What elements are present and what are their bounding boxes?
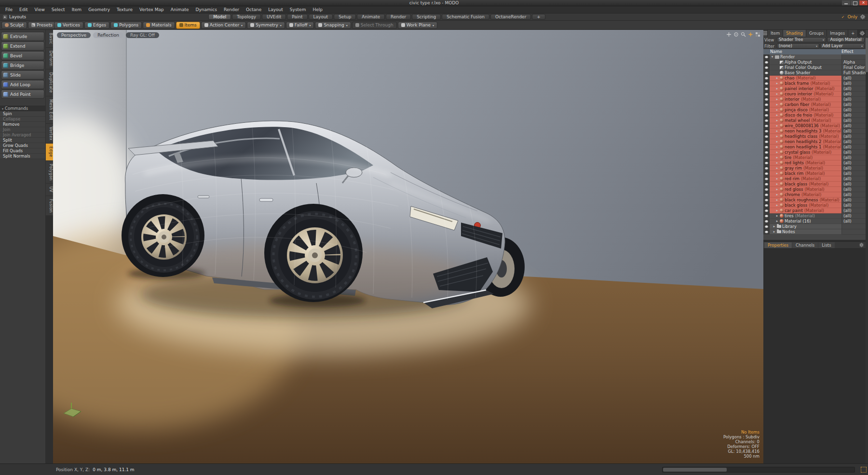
expand-arrow-icon[interactable]: ▸	[775, 107, 779, 112]
menu-item[interactable]: File	[2, 6, 16, 13]
close-icon[interactable]	[859, 0, 868, 5]
expand-arrow-icon[interactable]: ▸	[775, 102, 779, 107]
shader-tree-row[interactable]: ▸ headlights class (Material) (all)	[763, 134, 866, 139]
pan-icon[interactable]	[726, 32, 732, 37]
menu-item[interactable]: System	[286, 6, 310, 13]
expand-arrow-icon[interactable]: ▸	[775, 187, 779, 192]
expand-arrow-icon[interactable]: ▸	[775, 176, 779, 181]
expand-arrow-icon[interactable]: ▸	[775, 139, 779, 144]
mode-button[interactable]: Action Center ▾	[201, 22, 246, 29]
shader-tree-row[interactable]: ▸ black roughness (Material) (all)	[763, 198, 866, 203]
viewport-mode-button[interactable]: Ray GL: Off	[126, 32, 159, 38]
menu-item[interactable]: Help	[309, 6, 326, 13]
mode-button[interactable]: Falloff ▾	[286, 22, 314, 29]
expand-arrow-icon[interactable]: ▸	[775, 118, 779, 123]
layout-tab[interactable]: Render	[386, 14, 411, 20]
scrollbar-thumb[interactable]	[663, 468, 727, 472]
view-select[interactable]: Shader Tree ▾	[777, 37, 826, 42]
visibility-eye-icon[interactable]	[763, 187, 770, 192]
visibility-eye-icon[interactable]	[763, 97, 770, 102]
menu-item[interactable]: Octane	[243, 6, 265, 13]
expand-arrow-icon[interactable]: ▸	[775, 160, 779, 165]
visibility-eye-icon[interactable]	[763, 219, 770, 224]
only-toggle[interactable]: Only	[847, 14, 857, 19]
visibility-eye-icon[interactable]	[763, 123, 770, 129]
visibility-eye-icon[interactable]	[763, 107, 770, 113]
shader-tree-row[interactable]: ▸ red rim (Material) (all)	[763, 176, 866, 182]
toolbox-tab[interactable]: UV	[46, 184, 53, 195]
item-effect[interactable]: (all)	[841, 155, 866, 160]
shader-tree-row[interactable]: Final Color Output Final Color	[763, 65, 866, 70]
expand-arrow-icon[interactable]: ▸	[775, 113, 779, 118]
toolbox-tab[interactable]: Deform	[46, 48, 53, 69]
shader-tree-row[interactable]: ▸ metal wheel (Material) (all)	[763, 118, 866, 123]
item-effect[interactable]: (all)	[841, 187, 866, 192]
right-panel-tab[interactable]: Item List	[768, 30, 783, 37]
expand-arrow-icon[interactable]: ▸	[775, 171, 779, 176]
mode-button[interactable]: Vertices ▾	[54, 22, 83, 29]
shader-tree-row[interactable]: ▸ tire (Material) (all)	[763, 155, 866, 160]
command-item[interactable]: Collapse	[0, 117, 45, 122]
properties-tab[interactable]: Channels	[792, 242, 818, 248]
item-effect[interactable]: (all)	[841, 118, 866, 123]
command-item[interactable]: Grow Quads	[0, 143, 45, 148]
item-effect[interactable]: (all)	[841, 176, 866, 182]
menu-item[interactable]: View	[31, 6, 48, 13]
item-effect[interactable]: (all)	[841, 182, 866, 187]
visibility-eye-icon[interactable]	[763, 118, 770, 123]
expand-arrow-icon[interactable]: ▸	[775, 182, 779, 186]
item-effect[interactable]: (all)	[841, 134, 866, 139]
item-effect[interactable]: (all)	[841, 198, 866, 203]
shader-tree-row[interactable]: ▸ couro interior (Material) (all)	[763, 92, 866, 97]
gear-icon[interactable]	[860, 31, 865, 36]
layout-tab[interactable]: Paint	[287, 14, 307, 20]
layout-tab[interactable]: Topology	[232, 14, 261, 20]
toolbox-tab[interactable]: Edge	[46, 144, 53, 160]
item-effect[interactable]: Final Color	[841, 65, 866, 70]
visibility-eye-icon[interactable]	[763, 76, 770, 81]
expand-arrow-icon[interactable]: ▸	[775, 86, 779, 91]
shader-tree-row[interactable]: ▸ neon headlights 1 (Material) (all)	[763, 145, 866, 150]
item-effect[interactable]: (all)	[841, 113, 866, 118]
item-effect[interactable]: (all)	[841, 150, 866, 155]
item-list-icon[interactable]	[763, 30, 768, 37]
layout-tab[interactable]: Schematic Fusion	[442, 14, 489, 20]
item-effect[interactable]: (all)	[841, 192, 866, 198]
visibility-eye-icon[interactable]	[763, 150, 770, 155]
presets-button[interactable]: Presets	[28, 22, 56, 29]
mode-button[interactable]: Symmetry ▾	[247, 22, 285, 29]
visibility-eye-icon[interactable]	[763, 60, 770, 65]
tool-button[interactable]: Add Loop	[1, 80, 44, 89]
visibility-eye-icon[interactable]	[763, 171, 770, 176]
tool-button[interactable]: Add Point	[1, 90, 44, 99]
command-item[interactable]: Fill Quads	[0, 148, 45, 154]
command-item[interactable]: Join	[0, 127, 45, 132]
visibility-eye-icon[interactable]	[763, 192, 770, 198]
command-item[interactable]: Split	[0, 138, 45, 143]
expand-arrow-icon[interactable]: ▸	[775, 166, 779, 171]
shader-tree-row[interactable]: ▸ black frame (Material) (all)	[763, 81, 866, 86]
visibility-eye-icon[interactable]	[763, 198, 770, 203]
expand-arrow-icon[interactable]: ▸	[775, 145, 779, 149]
shader-tree-row[interactable]: ▸ Material (16) (all)	[763, 219, 866, 224]
shader-tree-row[interactable]: ▸ black glass (Material) (all)	[763, 182, 866, 187]
lighting-icon[interactable]	[748, 32, 753, 37]
expand-arrow-icon[interactable]: ▸	[775, 123, 779, 128]
shader-tree-row[interactable]: ▸ painel interior (Material) (all)	[763, 86, 866, 92]
viewport-3d-scene[interactable]	[53, 30, 763, 463]
visibility-eye-icon[interactable]	[763, 129, 770, 134]
visibility-eye-icon[interactable]	[763, 208, 770, 213]
scrollbar-thumb[interactable]	[866, 38, 868, 72]
shader-tree-row[interactable]: ▸ pinça disco (Material) (all)	[763, 107, 866, 113]
visibility-eye-icon[interactable]	[763, 70, 770, 76]
name-column-header[interactable]: Name	[763, 49, 841, 54]
properties-tab[interactable]: Lists	[818, 242, 834, 248]
visibility-eye-icon[interactable]	[763, 81, 770, 86]
expand-arrow-icon[interactable]: ▸	[775, 150, 779, 155]
shader-tree-row[interactable]: ▸ Library	[763, 224, 866, 229]
item-effect[interactable]: Full Shading	[841, 70, 866, 76]
toolbox-tab[interactable]: Duplicate	[46, 69, 53, 96]
shader-tree-row[interactable]: ▸ Nodes	[763, 229, 866, 235]
item-effect[interactable]: (all)	[841, 171, 866, 176]
sculpt-button[interactable]: Sculpt	[1, 22, 27, 29]
